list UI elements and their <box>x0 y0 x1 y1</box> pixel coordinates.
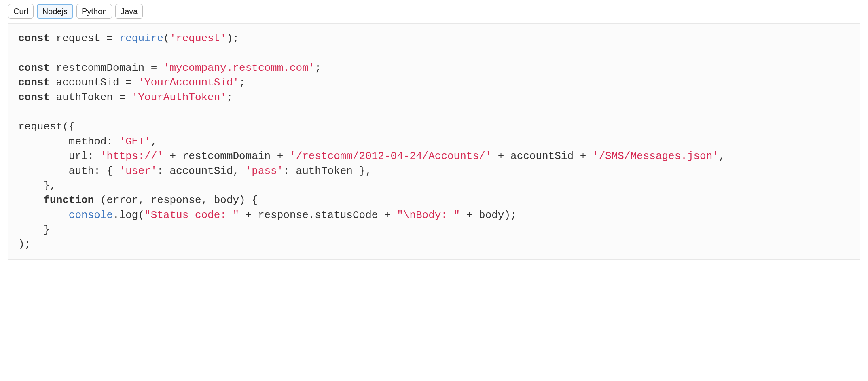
code-token: + restcommDomain + <box>163 150 290 162</box>
code-token: + response.statusCode + <box>239 209 397 221</box>
code-token: console <box>69 209 113 221</box>
code-token: method: <box>18 135 119 148</box>
code-token: "Status code: " <box>144 209 239 221</box>
code-token: url: <box>18 150 100 162</box>
tab-nodejs[interactable]: Nodejs <box>37 4 73 19</box>
code-token: (error, response, body) { <box>94 194 258 206</box>
code-token: + body); <box>460 209 517 221</box>
code-token: "\nBody: " <box>397 209 460 221</box>
tab-java[interactable]: Java <box>115 4 143 19</box>
code-token: 'mycompany.restcomm.com' <box>163 62 315 74</box>
code-token: const <box>18 62 50 74</box>
code-token: const <box>18 32 50 44</box>
code-token: '/SMS/Messages.json' <box>593 150 719 162</box>
code-token: + accountSid + <box>491 150 593 162</box>
code-token: , <box>151 135 157 148</box>
code-token: } <box>18 224 50 236</box>
code-token: ); <box>18 238 31 250</box>
code-token: }, <box>18 180 56 192</box>
code-token: request = <box>50 32 119 44</box>
code-token: ; <box>239 76 246 89</box>
code-token: ); <box>227 32 239 44</box>
code-token: require <box>119 32 163 44</box>
code-sample[interactable]: const request = require('request'); cons… <box>8 23 860 260</box>
code-token: 'YourAuthToken' <box>132 91 227 104</box>
code-token: authToken = <box>50 91 132 104</box>
code-token: 'request' <box>169 32 226 44</box>
tab-curl[interactable]: Curl <box>8 4 34 19</box>
code-token: 'GET' <box>119 135 151 148</box>
code-token: 'user' <box>119 165 157 177</box>
code-token: 'pass' <box>246 165 284 177</box>
code-token: const <box>18 76 50 89</box>
code-token <box>18 209 69 221</box>
code-token: .log( <box>113 209 144 221</box>
code-token <box>18 194 43 206</box>
code-token: ; <box>315 62 321 74</box>
code-token: ( <box>163 32 170 44</box>
code-token: 'YourAccountSid' <box>138 76 239 89</box>
code-token: request({ <box>18 121 75 133</box>
code-token: auth: { <box>18 165 119 177</box>
code-token: , <box>719 150 725 162</box>
code-token: : accountSid, <box>157 165 245 177</box>
code-token: restcommDomain = <box>50 62 163 74</box>
code-token: '/restcomm/2012-04-24/Accounts/' <box>290 150 491 162</box>
code-token: accountSid = <box>50 76 138 89</box>
code-token: function <box>43 194 94 206</box>
code-token: ; <box>227 91 233 104</box>
code-token: 'https://' <box>100 150 163 162</box>
language-tabs: Curl Nodejs Python Java <box>8 4 860 19</box>
code-token: const <box>18 91 50 104</box>
tab-python[interactable]: Python <box>76 4 112 19</box>
code-token: : authToken }, <box>283 165 371 177</box>
